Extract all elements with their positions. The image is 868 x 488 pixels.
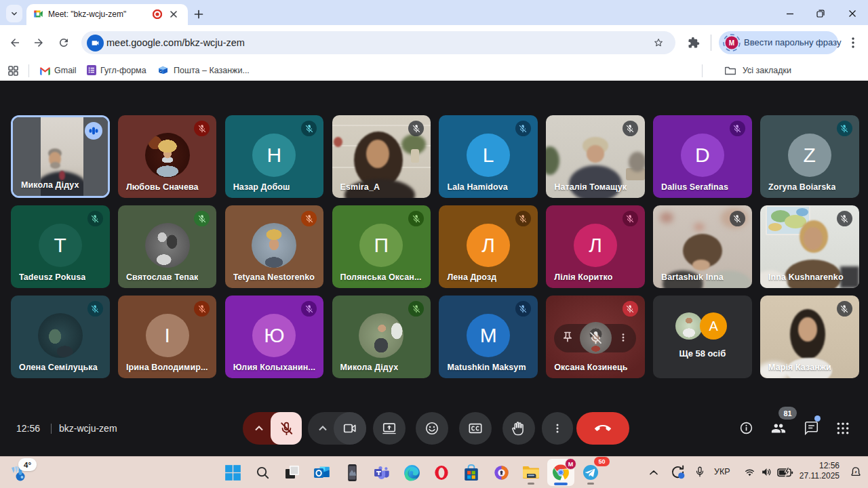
svg-text:z: z bbox=[854, 469, 856, 474]
svg-text:M: M bbox=[729, 39, 734, 47]
